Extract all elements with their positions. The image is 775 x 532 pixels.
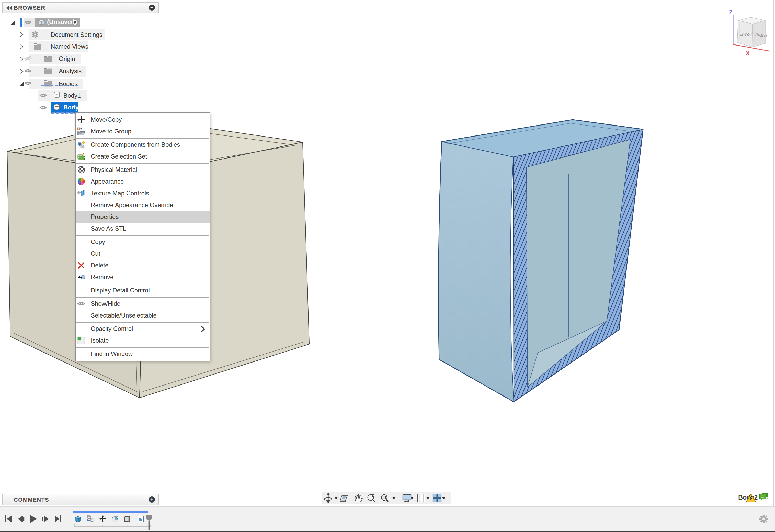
visibility-eye-icon[interactable] (24, 67, 32, 74)
body-context-menu: Move/Copy Move to Group Create Compo (75, 112, 210, 361)
visibility-eye-icon[interactable] (24, 80, 32, 86)
visibility-eye-icon[interactable] (39, 104, 47, 111)
menu-item-appearance[interactable]: Appearance (75, 176, 209, 187)
collapse-triangle-icon[interactable] (19, 44, 24, 50)
menu-item-move-copy[interactable]: Move/Copy (75, 114, 209, 125)
folder-icon (34, 43, 42, 50)
pan-hand-icon[interactable] (355, 494, 362, 502)
comments-add-circle-icon[interactable]: + (149, 496, 155, 503)
tree-label-bodies[interactable]: Bodies (59, 78, 77, 89)
menu-item-physical-material[interactable]: Physical Material (75, 164, 209, 176)
browser-collapse-circle-icon[interactable]: – (149, 5, 155, 11)
tree-label-body1[interactable]: Body1 (63, 90, 81, 100)
folder-icon (44, 67, 52, 75)
tree-label-body2[interactable]: Body2 (63, 102, 82, 113)
tree-label-origin[interactable]: Origin (59, 54, 75, 64)
collapse-triangle-icon[interactable] (19, 56, 24, 62)
visibility-eye-icon[interactable] (39, 92, 47, 99)
timeline-settings-gear-icon[interactable] (759, 515, 768, 523)
comments-chat-icon[interactable] (759, 492, 769, 501)
menu-item-create-selection-set[interactable]: Create Selection Set (75, 150, 209, 162)
menu-item-create-components[interactable]: Create Components from Bodies (75, 139, 209, 150)
step-back-button[interactable] (18, 516, 24, 522)
grid-snaps-icon[interactable] (418, 494, 425, 502)
collapse-triangle-icon[interactable] (19, 32, 24, 37)
body-cylinder-icon (53, 103, 61, 111)
feature-copy-bodies-icon[interactable] (87, 515, 93, 522)
menu-item-isolate[interactable]: Isolate (75, 335, 209, 347)
viewports-dropdown-caret[interactable] (442, 497, 446, 499)
axis-x-label: X (746, 50, 750, 56)
menu-item-show-hide[interactable]: Show/Hide (75, 298, 209, 310)
timeline-bar: www.mfgrobots.com (0, 506, 775, 531)
tree-label-document-settings[interactable]: Document Settings (51, 29, 102, 40)
menu-item-opacity-control[interactable]: Opacity Control (75, 323, 209, 335)
create-components-icon (77, 141, 85, 149)
window-bottom-edge (0, 530, 775, 532)
zoom-window-dropdown-caret[interactable] (392, 497, 396, 499)
warning-triangle-icon[interactable] (746, 493, 756, 503)
collapse-panel-icon[interactable] (6, 6, 12, 10)
active-document-bar (20, 18, 22, 27)
delete-x-icon (77, 261, 85, 270)
browser-header: BROWSER – (2, 2, 159, 13)
collapse-triangle-icon[interactable] (19, 68, 24, 74)
physical-material-icon (77, 166, 85, 174)
menu-separator (76, 347, 209, 348)
feature-draft-icon[interactable] (124, 516, 130, 522)
menu-item-selectable-unselectable[interactable]: Selectable/Unselectable (75, 310, 209, 321)
menu-item-texture-map-controls[interactable]: Texture Map Controls (75, 187, 209, 199)
move-copy-icon (77, 115, 85, 124)
menu-separator (76, 322, 209, 323)
menu-item-cut[interactable]: Cut (75, 248, 209, 259)
menu-item-display-detail-control[interactable]: Display Detail Control (75, 285, 209, 296)
feature-shell-icon[interactable] (138, 516, 144, 522)
feature-fillet-icon[interactable] (112, 517, 118, 522)
folder-icon (44, 55, 52, 62)
drop-indicator-dashes (51, 112, 78, 113)
go-to-start-button[interactable] (5, 515, 11, 522)
step-forward-button[interactable] (42, 516, 49, 522)
submenu-chevron-icon (201, 326, 205, 332)
menu-separator (76, 297, 209, 297)
menu-item-properties[interactable]: Properties (75, 211, 209, 223)
expand-triangle-icon[interactable] (19, 81, 25, 86)
menu-separator (76, 235, 209, 235)
browser-title: BROWSER (14, 3, 45, 13)
menu-item-copy[interactable]: Copy (75, 236, 209, 248)
menu-item-remove[interactable]: Remove (75, 271, 209, 283)
timeline-group-bracket (75, 524, 150, 527)
viewcube[interactable]: Z X FRONT RIGHT (726, 6, 774, 58)
visibility-eye-icon[interactable] (24, 19, 32, 26)
activate-radio-icon[interactable] (72, 19, 78, 26)
orbit-icon[interactable] (323, 493, 332, 503)
visibility-off-eye-icon[interactable] (24, 55, 32, 62)
menu-item-find-in-window[interactable]: Find in Window (75, 348, 209, 360)
body-cylinder-icon (53, 91, 61, 99)
menu-separator (76, 163, 209, 163)
feature-box-icon[interactable] (75, 516, 81, 522)
tree-label-named-views[interactable]: Named Views (51, 41, 88, 52)
viewports-icon[interactable] (433, 494, 441, 502)
orbit-dropdown-caret[interactable] (334, 497, 338, 499)
browser-header-grip[interactable] (156, 5, 159, 11)
display-settings-icon[interactable] (403, 494, 411, 502)
menu-item-delete[interactable]: Delete (75, 259, 209, 271)
grid-dropdown-caret[interactable] (426, 497, 430, 499)
document-cube-icon (37, 18, 45, 26)
tree-label-analysis[interactable]: Analysis (59, 66, 82, 77)
menu-item-move-to-group[interactable]: Move to Group (75, 125, 209, 137)
timeline-position-marker[interactable] (146, 515, 152, 530)
play-button[interactable] (30, 515, 37, 523)
create-selection-set-icon (77, 152, 85, 160)
zoom-window-icon[interactable] (381, 495, 388, 502)
zoom-icon[interactable] (368, 494, 375, 502)
look-at-icon[interactable] (340, 495, 347, 501)
comments-header-grip[interactable] (156, 496, 159, 503)
menu-item-save-as-stl[interactable]: Save As STL (75, 223, 209, 234)
go-to-end-button[interactable] (55, 515, 61, 522)
menu-item-remove-appearance-override[interactable]: Remove Appearance Override (75, 199, 209, 211)
expand-triangle-icon[interactable] (10, 20, 15, 25)
feature-move-icon[interactable] (99, 515, 106, 522)
body2-solid[interactable] (439, 120, 643, 402)
